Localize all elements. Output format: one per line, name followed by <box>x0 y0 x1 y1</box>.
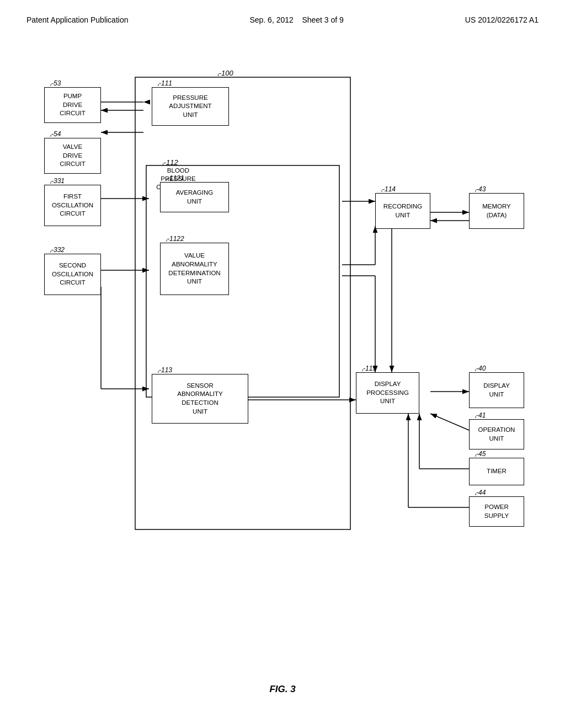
pressure-adj-label: PRESSURE ADJUSTMENT UNIT <box>169 94 211 120</box>
memory-block: ⌌43 MEMORY (DATA) <box>469 193 524 229</box>
timer-block: ⌌45 TIMER <box>469 458 524 485</box>
averaging-block: ⌌1121 AVERAGING UNIT <box>160 182 229 212</box>
diagram-svg <box>33 72 530 596</box>
header-right: US 2012/0226172 A1 <box>465 15 539 24</box>
unit-100-label: ⌌100 <box>215 69 233 77</box>
recording-block: ⌌114 RECORDING UNIT <box>375 193 430 229</box>
page-header: Patent Application Publication Sep. 6, 2… <box>0 0 565 24</box>
diagram-area: ⌌53 PUMP DRIVE CIRCUIT ⌌54 VALVE DRIVE C… <box>33 72 530 596</box>
memory-label: MEMORY (DATA) <box>482 202 511 220</box>
recording-label: RECORDING UNIT <box>383 202 422 220</box>
first-osc-label: FIRST OSCILLATION CIRCUIT <box>52 192 93 218</box>
timer-label: TIMER <box>487 467 507 476</box>
figure-caption: FIG. 3 <box>0 684 565 695</box>
display-unit-block: ⌌40 DISPLAY UNIT <box>469 372 524 408</box>
operation-label: OPERATION UNIT <box>478 426 515 443</box>
value-abnorm-block: ⌌1122 VALUE ABNORMALITY DETERMINATION UN… <box>160 243 229 295</box>
sensor-abnorm-block: ⌌113 SENSOR ABNORMALITY DETECTION UNIT <box>152 374 248 424</box>
header-center: Sep. 6, 2012 Sheet 3 of 9 <box>249 15 343 24</box>
svg-line-20 <box>430 414 469 430</box>
header-left: Patent Application Publication <box>26 15 128 24</box>
valve-drive-label: VALVE DRIVE CIRCUIT <box>60 143 86 169</box>
pump-drive-block: ⌌53 PUMP DRIVE CIRCUIT <box>44 87 101 123</box>
display-unit-label: DISPLAY UNIT <box>483 382 510 399</box>
pump-drive-label: PUMP DRIVE CIRCUIT <box>60 92 86 118</box>
display-proc-label: DISPLAY PROCESSING UNIT <box>366 380 409 406</box>
power-supply-label: POWER SUPPLY <box>484 503 509 520</box>
power-supply-block: ⌌44 POWER SUPPLY <box>469 496 524 527</box>
second-osc-label: SECOND OSCILLATION CIRCUIT <box>52 261 93 287</box>
sensor-abnorm-label: SENSOR ABNORMALITY DETECTION UNIT <box>177 382 222 416</box>
first-osc-block: ⌌331 FIRST OSCILLATION CIRCUIT <box>44 185 101 226</box>
display-proc-block: ⌌115 DISPLAY PROCESSING UNIT <box>356 372 419 414</box>
second-osc-block: ⌌332 SECOND OSCILLATION CIRCUIT <box>44 254 101 295</box>
valve-drive-block: ⌌54 VALVE DRIVE CIRCUIT <box>44 138 101 174</box>
averaging-label: AVERAGING UNIT <box>176 189 214 206</box>
pressure-adj-block: ⌌111 PRESSURE ADJUSTMENT UNIT <box>152 87 229 126</box>
value-abnorm-label: VALUE ABNORMALITY DETERMINATION UNIT <box>168 251 220 286</box>
operation-block: ⌌41 OPERATION UNIT <box>469 419 524 449</box>
bp-calc-ref: ⌌112 <box>160 158 178 167</box>
svg-rect-2 <box>135 77 350 529</box>
